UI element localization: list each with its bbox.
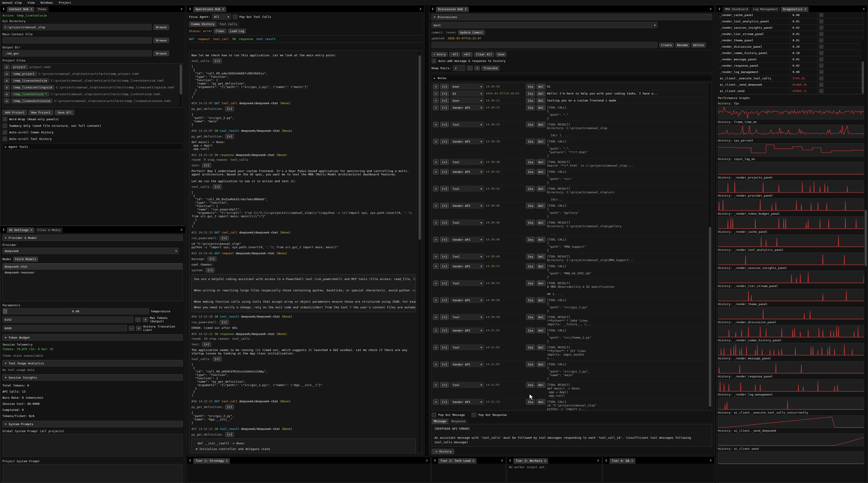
window-close-icon[interactable]: X (499, 459, 505, 463)
entry-insert-button[interactable]: Ins (526, 220, 535, 225)
expand-button[interactable]: [+] (225, 106, 234, 111)
entry-delete-button[interactable]: Del (537, 169, 546, 174)
entry-insert-button[interactable]: Ins (526, 139, 535, 144)
collapse-icon[interactable]: ▼ (508, 458, 513, 463)
entry-delete-button[interactable]: Del (537, 362, 546, 367)
history-button[interactable]: -> History (432, 449, 454, 454)
minus-button[interactable]: - (135, 317, 141, 322)
tab-discussion-hub[interactable]: Discussion HubX (436, 6, 469, 12)
entry-expand-button[interactable]: [+] (440, 382, 449, 388)
entry-delete-button[interactable]: Del (537, 84, 546, 89)
entry-add-button[interactable]: + (433, 159, 438, 165)
expand-button[interactable]: [+] (213, 59, 221, 63)
close-icon[interactable]: X (544, 459, 546, 462)
project-prompt-textarea[interactable] (2, 464, 183, 483)
expand-button[interactable]: [+] (202, 342, 211, 347)
tab-comms-history[interactable]: Comms History (189, 22, 217, 27)
checkbox[interactable]: ✓ (2, 123, 7, 128)
plus-button[interactable]: + (136, 326, 142, 331)
entry-expand-button[interactable]: [+] (440, 345, 449, 350)
window-close-icon[interactable]: X (179, 228, 184, 233)
entry-delete-button[interactable]: Del (537, 297, 546, 303)
entry-role-select[interactable]: Tool▼ (451, 122, 484, 127)
collapse-icon[interactable]: ▼ (430, 6, 435, 11)
project-file-name-button[interactable]: temp_liveaisettingssim (11, 85, 54, 90)
expand-button[interactable]: [+] (225, 432, 234, 437)
collapse-icon[interactable]: ▼ (188, 458, 193, 463)
entry-role-select[interactable]: Tool▼ (451, 254, 484, 259)
tool-usage-header[interactable]: ▼ Tool Usage Analytics (2, 360, 183, 366)
entry-expand-button[interactable]: [+] (440, 139, 449, 144)
entry-role-select[interactable]: AI▼ (451, 91, 484, 96)
tab-tier4-qa[interactable]: Tier 4: QAX (610, 458, 636, 463)
project-file-name-button[interactable]: project (11, 65, 28, 69)
project-file-name-button[interactable]: temp_livetoolssim * (11, 92, 49, 96)
entry-delete-button[interactable]: Del (537, 254, 546, 259)
entry-add-button[interactable]: + (433, 362, 438, 367)
agent-tools-header[interactable]: ▶ Agent Tools (2, 143, 183, 150)
fetch-models-button[interactable]: Fetch Models (13, 257, 38, 261)
delete-button[interactable]: Delete (691, 43, 706, 47)
add-project-button[interactable]: Add Project (2, 110, 27, 115)
entry-add-button[interactable]: + (433, 314, 438, 320)
metric-checkbox[interactable]: ✓ (819, 13, 824, 17)
metric-checkbox[interactable]: ✓ (819, 51, 824, 55)
entry-delete-button[interactable]: Del (537, 399, 546, 405)
new-project-button[interactable]: New Project (29, 110, 53, 115)
entry-expand-button[interactable]: [+] (440, 314, 449, 320)
add-entry-button[interactable]: + Entry (432, 52, 447, 57)
window-close-icon[interactable]: X (708, 7, 713, 12)
entry-add-button[interactable]: + (433, 297, 438, 303)
entry-insert-button[interactable]: Ins (526, 263, 535, 269)
expand-button[interactable]: [+] (213, 185, 221, 189)
temperature-slider[interactable]: 0.00 (2, 308, 149, 314)
window-close-icon[interactable]: X (424, 459, 430, 463)
window-close-icon[interactable]: X (179, 7, 184, 12)
metric-checkbox[interactable]: ✓ (819, 19, 824, 24)
entry-add-button[interactable]: + (433, 139, 438, 144)
entry-role-select[interactable]: User▼ (451, 84, 484, 89)
expand-button[interactable]: [+] (208, 257, 216, 261)
entry-add-button[interactable]: + (433, 105, 438, 110)
window-close-icon[interactable]: X (708, 459, 713, 463)
truncate-button[interactable]: Truncate (482, 66, 500, 70)
window-close-icon[interactable]: X (595, 459, 601, 463)
collapse-icon[interactable]: ▼ (1, 6, 6, 11)
entry-expand-button[interactable]: [+] (440, 362, 449, 367)
entry-delete-button[interactable]: Del (537, 237, 546, 242)
project-file-name-button[interactable]: temp_liveexecutionsim (11, 99, 53, 103)
entry-insert-button[interactable]: Ins (526, 382, 535, 388)
expand-button[interactable]: [+] (225, 405, 234, 409)
entry-expand-button[interactable]: [+] (440, 186, 449, 191)
load-log-button[interactable]: Load Log (228, 29, 246, 33)
entry-add-button[interactable]: + (433, 122, 438, 127)
metric-checkbox[interactable]: ✓ (819, 89, 824, 93)
entry-delete-button[interactable]: Del (537, 186, 546, 191)
entry-expand-button[interactable]: [+] (440, 237, 449, 242)
entry-expand-button[interactable]: [+] (440, 203, 449, 208)
entry-expand-button[interactable]: [+] (440, 263, 449, 269)
remove-file-button[interactable]: x (4, 71, 9, 76)
entry-add-button[interactable]: + (433, 254, 438, 259)
entry-add-button[interactable]: + (433, 98, 438, 103)
entry-expand-button[interactable]: [+] (440, 98, 449, 103)
rename-button[interactable]: Rename (675, 43, 690, 47)
entry-insert-button[interactable]: Ins (526, 159, 535, 165)
model-option[interactable]: deepseek-chat (3, 263, 183, 269)
update-commit-button[interactable]: Update Commit (458, 30, 485, 35)
entry-role-select[interactable]: Tool▼ (451, 220, 484, 225)
collapse-icon[interactable]: ▼ (1, 227, 6, 232)
entry-delete-button[interactable]: Del (537, 345, 546, 350)
entry-add-button[interactable]: + (433, 382, 438, 388)
entry-delete-button[interactable]: Del (537, 281, 546, 286)
entry-delete-button[interactable]: Del (537, 98, 546, 103)
save-button[interactable]: Save (496, 52, 506, 57)
entry-insert-button[interactable]: Ins (526, 254, 535, 259)
discussion-name-input[interactable] (432, 42, 657, 48)
tab-tier3-workers[interactable]: Tier 3: WorkersX (513, 458, 548, 463)
expand-button[interactable]: [+] (213, 357, 221, 361)
metric-checkbox[interactable]: ✓ (819, 76, 824, 80)
model-list[interactable]: deepseek-chatdeepseek-reasoner (2, 263, 183, 301)
tab-tier1-strategy[interactable]: Tier 1: StrategyX (193, 458, 230, 463)
entry-insert-button[interactable]: Ins (526, 362, 535, 367)
